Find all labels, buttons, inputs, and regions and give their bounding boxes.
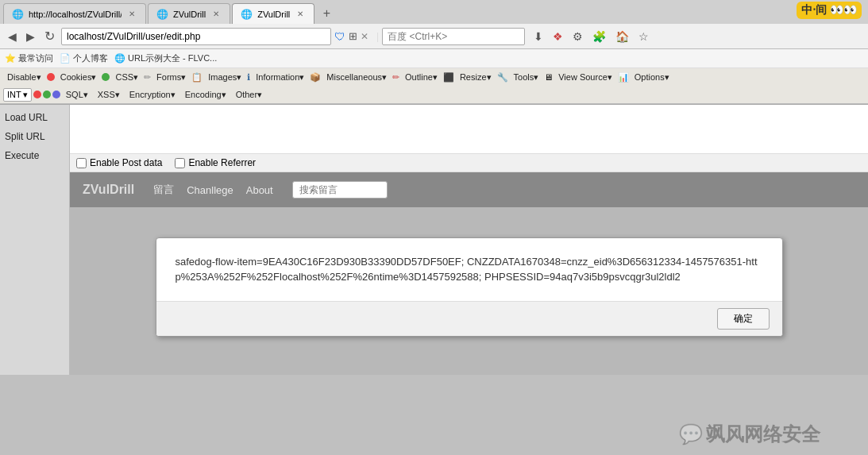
tab-3-label: ZVulDrill xyxy=(257,10,290,19)
cookies-btn[interactable]: Cookies▾ xyxy=(56,71,101,83)
refresh-button[interactable]: ↻ xyxy=(41,27,58,45)
dot-green-2 xyxy=(43,91,51,98)
forward-button[interactable]: ▶ xyxy=(23,29,38,44)
site-nav-challenge[interactable]: Chanllege xyxy=(187,184,233,196)
close-x-icon[interactable]: ✕ xyxy=(361,31,368,42)
download-icon[interactable]: ⬇ xyxy=(531,29,546,44)
tab-2-label: ZVulDrill xyxy=(173,10,206,19)
tab-2[interactable]: 🌐 ZVulDrill ✕ xyxy=(148,3,230,24)
split-url-item[interactable]: Split URL xyxy=(0,127,69,146)
viewsource-btn[interactable]: View Source▾ xyxy=(554,71,616,83)
options-btn[interactable]: Options▾ xyxy=(631,71,673,83)
extension-icon[interactable]: 🧩 xyxy=(590,29,608,44)
load-url-item[interactable]: Load URL xyxy=(0,108,69,127)
star-icon[interactable]: ☆ xyxy=(636,29,651,44)
miscellaneous-btn[interactable]: Miscellaneous▾ xyxy=(322,71,391,83)
dot-blue-2 xyxy=(52,91,60,98)
tools-btn[interactable]: Tools▾ xyxy=(510,71,543,83)
bookmark-frequent-icon: ⭐ xyxy=(5,53,16,64)
outline-icon: ✏ xyxy=(392,72,399,83)
search-input[interactable] xyxy=(382,28,525,45)
bookmark-url-label: URL示例大全 - FLVC... xyxy=(128,52,217,64)
tab-1-favicon: 🌐 xyxy=(12,9,24,20)
tab-1[interactable]: 🌐 http://localhost/ZVulDrill/u... ✕ xyxy=(3,3,146,24)
dot-red xyxy=(47,73,55,81)
bookmark-url-icon: 🌐 xyxy=(114,53,125,64)
tab-1-label: http://localhost/ZVulDrill/u... xyxy=(29,10,122,19)
dev-toolbar-row2: INT ▾ SQL▾ XSS▾ Encryption▾ Encoding▾ Ot… xyxy=(0,86,868,103)
bookmark-blog[interactable]: 📄 个人博客 xyxy=(60,52,108,64)
modal-confirm-button[interactable]: 确定 xyxy=(717,308,770,330)
site-logo: ZVulDrill xyxy=(83,183,134,197)
settings-icon[interactable]: ⚙ xyxy=(570,29,585,44)
load-url-label: Load URL xyxy=(5,112,48,123)
xss-btn[interactable]: XSS▾ xyxy=(94,89,124,101)
dot-green xyxy=(102,73,110,81)
top-badge: 中‧间 👀👀 xyxy=(797,2,862,19)
tab-2-close[interactable]: ✕ xyxy=(210,9,222,19)
main-area: Load URL Split URL Execute Enable Post d… xyxy=(0,105,868,375)
outline-btn[interactable]: Outline▾ xyxy=(401,71,442,83)
tab-bar: 🌐 http://localhost/ZVulDrill/u... ✕ 🌐 ZV… xyxy=(0,0,868,24)
css-btn[interactable]: CSS▾ xyxy=(111,71,142,83)
addr-right-icons: ⬇ ❖ ⚙ 🧩 🏠 ☆ xyxy=(531,29,651,44)
split-url-label: Split URL xyxy=(5,131,45,142)
modal-footer: 确定 xyxy=(156,301,782,336)
bookmark-blog-label: 个人博客 xyxy=(73,52,108,64)
misc-icon: 📦 xyxy=(310,72,321,83)
site-nav-about[interactable]: About xyxy=(246,184,273,196)
tab-3[interactable]: 🌐 ZVulDrill ✕ xyxy=(232,3,314,24)
site-nav: ZVulDrill 留言 Chanllege About xyxy=(70,172,868,207)
bookmark-blog-icon: 📄 xyxy=(60,53,71,64)
images-btn[interactable]: Images▾ xyxy=(204,71,245,83)
dropdown-arrow: ▾ xyxy=(23,90,28,100)
forms-icon: 📋 xyxy=(191,72,203,83)
execute-item[interactable]: Execute xyxy=(0,146,69,165)
site-nav-messages[interactable]: 留言 xyxy=(153,183,174,197)
tab-3-favicon: 🌐 xyxy=(241,9,253,20)
referrer-checkbox[interactable] xyxy=(175,158,185,168)
int-dropdown[interactable]: INT ▾ xyxy=(3,88,32,102)
url-area xyxy=(70,105,868,154)
content-area: Enable Post data Enable Referrer ZVulDri… xyxy=(70,105,868,375)
tab-2-favicon: 🌐 xyxy=(156,9,168,20)
post-data-checkbox[interactable] xyxy=(76,158,87,168)
resize-btn[interactable]: Resize▾ xyxy=(456,71,496,83)
modal-content: safedog-flow-item=9EA430C16F23D930B33390… xyxy=(156,238,782,301)
wechat-icon: 💬 xyxy=(679,423,703,445)
sql-btn[interactable]: SQL▾ xyxy=(62,89,92,101)
checkboxes-row: Enable Post data Enable Referrer xyxy=(70,154,868,172)
site-search-input[interactable] xyxy=(292,181,388,199)
tools-icon: 🔧 xyxy=(497,72,508,83)
grid-icon: ⊞ xyxy=(349,30,357,42)
encryption-btn[interactable]: Encryption▾ xyxy=(125,89,179,101)
forms-btn[interactable]: Forms▾ xyxy=(152,71,190,83)
info-icon: ℹ xyxy=(247,72,250,83)
post-data-label: Enable Post data xyxy=(90,157,162,168)
other-btn[interactable]: Other▾ xyxy=(232,89,267,101)
bookmark-frequent[interactable]: ⭐ 最常访问 xyxy=(5,52,53,64)
dev-toolbar-row1: Disable▾ Cookies▾ CSS▾ ✏ Forms▾ 📋 Images… xyxy=(0,68,868,86)
new-tab-button[interactable]: + xyxy=(316,3,337,24)
disable-btn[interactable]: Disable▾ xyxy=(3,71,45,83)
information-btn[interactable]: Information▾ xyxy=(252,71,308,83)
tab-1-close[interactable]: ✕ xyxy=(126,9,137,19)
shield-icon: 🛡 xyxy=(334,30,345,43)
home-icon[interactable]: 🏠 xyxy=(613,29,631,44)
back-button[interactable]: ◀ xyxy=(5,29,20,44)
referrer-checkbox-container: Enable Referrer xyxy=(175,157,256,168)
bookmark-url-examples[interactable]: 🌐 URL示例大全 - FLVC... xyxy=(114,52,217,64)
encoding-btn[interactable]: Encoding▾ xyxy=(181,89,230,101)
addon-icon[interactable]: ❖ xyxy=(550,29,565,44)
url-textarea[interactable] xyxy=(73,108,865,148)
address-bar: ◀ ▶ ↻ 🛡 ⊞ ✕ | ⬇ ❖ ⚙ 🧩 🏠 ☆ xyxy=(0,24,868,49)
viewsrc-icon: 🖥 xyxy=(544,72,553,82)
options-icon: 📊 xyxy=(618,72,629,83)
address-input[interactable] xyxy=(61,28,331,45)
browser-chrome: 🌐 http://localhost/ZVulDrill/u... ✕ 🌐 ZV… xyxy=(0,0,868,105)
execute-label: Execute xyxy=(5,150,39,161)
tab-3-close[interactable]: ✕ xyxy=(295,9,306,19)
left-panel: Load URL Split URL Execute xyxy=(0,105,70,375)
modal-overlay: safedog-flow-item=9EA430C16F23D930B33390… xyxy=(70,207,868,366)
resize-icon: ⬛ xyxy=(443,72,454,83)
